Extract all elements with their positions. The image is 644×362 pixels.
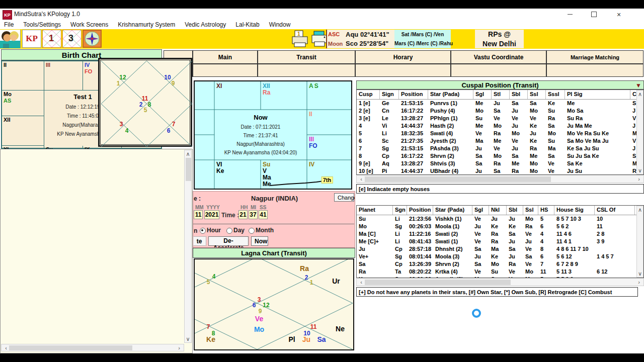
column-header[interactable]: Sgn xyxy=(393,206,407,215)
menu-work-screens[interactable]: Work Screens xyxy=(70,21,108,28)
menu-tools-settings[interactable]: Tools/Settings xyxy=(23,21,61,28)
column-header[interactable]: Sign xyxy=(380,90,399,99)
scroll-thumb[interactable] xyxy=(365,176,551,182)
scroll-up-icon[interactable]: ∧ xyxy=(637,91,643,97)
table-row[interactable]: 10 [e]Pi14:44:37UBhadr (4)JuSaRaMoVeJu S… xyxy=(357,167,643,175)
column-header[interactable]: Ssl xyxy=(528,90,546,99)
scroll-up-icon[interactable]: ∧ xyxy=(637,207,643,213)
table-row[interactable]: JuCp28:57:18Dhnsht (2)SaMaSaVe84 8 6 11 … xyxy=(357,245,643,253)
column-header[interactable]: HS xyxy=(538,206,554,215)
table-row[interactable]: RaTa08:20:22Krtka (4)VeSuVeMo115 11 36 1… xyxy=(357,268,643,276)
scroll-thumb[interactable] xyxy=(186,158,191,181)
tab-transit[interactable]: Transit xyxy=(258,50,355,64)
menu-window[interactable]: Window xyxy=(269,21,291,28)
column-header[interactable]: Planet xyxy=(357,206,393,215)
column-header[interactable]: Nkl xyxy=(489,206,507,215)
table-row[interactable]: 1 [e]Ge21:53:15Punrvs (1)MeJuSaSaKeMeS xyxy=(357,100,643,107)
month-radio-label[interactable]: Month xyxy=(256,227,274,234)
month-radio[interactable] xyxy=(249,228,255,234)
dropdown-icon[interactable]: ▼ xyxy=(635,82,641,89)
day-radio[interactable] xyxy=(226,228,232,234)
compass-button[interactable] xyxy=(83,30,102,48)
table-row[interactable]: 6Sc21:27:35Jyesth (2)MaMeVeKeSuSa Mo Ve … xyxy=(357,137,643,145)
restore-button[interactable] xyxy=(584,9,604,20)
hour-radio[interactable] xyxy=(200,228,206,234)
scroll-down-icon[interactable]: ∨ xyxy=(637,270,643,277)
table-row[interactable]: 5Li18:32:35Swati (4)VeRaMoJuMoMo Ve Ra S… xyxy=(357,130,643,137)
column-header[interactable]: Star (Pada) xyxy=(428,90,473,99)
tab-vastu-sub[interactable] xyxy=(451,64,546,77)
scroll-down-icon[interactable]: ∨ xyxy=(637,167,643,173)
left-horizontal-scrollbar[interactable]: ‹ › xyxy=(1,344,184,351)
menu-krishnamurty-system[interactable]: Krishnamurty System xyxy=(118,21,175,28)
table-row[interactable]: SuLi21:23:56Vishkh (1)VeJuJuMo58 5 7 10 … xyxy=(357,215,643,223)
second-field[interactable]: 41 xyxy=(259,210,268,219)
accelerate-button-clipped[interactable]: te xyxy=(193,236,206,246)
tab-transit-sub[interactable] xyxy=(258,64,355,77)
column-header[interactable]: Star (Pada) xyxy=(433,206,472,215)
tab-vastu-coordinate[interactable]: Vastu Coordinate xyxy=(451,50,546,64)
column-header[interactable]: Sbl xyxy=(510,90,528,99)
table-row[interactable]: 8Cp16:17:22Shrvn (2)SaMoSaMeSaSu Ju Sa K… xyxy=(357,152,643,160)
menu-vedic-astrology[interactable]: Vedic Astrology xyxy=(185,21,226,28)
scroll-thumb[interactable] xyxy=(9,345,132,350)
minimize-button[interactable] xyxy=(560,9,580,20)
scroll-thumb[interactable] xyxy=(365,280,511,285)
scroll-left-icon[interactable]: ‹ xyxy=(358,279,365,286)
chart-1-button[interactable]: 1 xyxy=(42,30,61,48)
close-button[interactable]: × xyxy=(606,9,631,20)
column-header[interactable]: CSL Of xyxy=(595,206,635,215)
now-button[interactable]: Now xyxy=(251,236,268,246)
change-place-button[interactable]: Change xyxy=(334,193,354,202)
column-header[interactable]: Stl xyxy=(492,90,510,99)
kp-logo-button[interactable]: KP xyxy=(22,30,41,48)
column-header[interactable]: Sssl xyxy=(546,90,565,99)
cusp-vertical-scrollbar[interactable]: ∧ ∨ xyxy=(636,90,643,174)
table-row[interactable]: 9 [e]Aq13:28:27Shtvis (3)SaRaMeMoVeSa Ke… xyxy=(357,160,643,167)
chat-faces-icon[interactable] xyxy=(0,30,21,48)
scroll-right-icon[interactable]: › xyxy=(635,279,642,286)
scroll-right-icon[interactable]: › xyxy=(635,175,642,183)
menu-lal-kitab[interactable]: Lal-Kitab xyxy=(235,21,259,28)
hour-radio-label[interactable]: Hour xyxy=(207,227,221,234)
tab-marriage-matching[interactable]: Marriage Matching xyxy=(546,50,643,64)
chart-3-button[interactable]: 3 xyxy=(62,30,82,48)
column-header[interactable]: Pl Sig xyxy=(565,90,630,99)
column-header[interactable]: Cusp xyxy=(357,90,380,99)
hour-field[interactable]: 21 xyxy=(238,210,248,219)
menu-file[interactable]: File xyxy=(4,21,14,28)
scroll-left-icon[interactable]: ‹ xyxy=(358,175,365,183)
tab-marriage-sub[interactable] xyxy=(546,64,643,77)
month-field[interactable]: 11 xyxy=(194,210,203,219)
scroll-right-icon[interactable]: › xyxy=(176,344,183,351)
year-field[interactable]: 2021 xyxy=(204,210,219,219)
planet-vertical-scrollbar[interactable]: ∧ ∨ xyxy=(636,206,643,278)
planet-horizontal-scrollbar[interactable]: ‹ › xyxy=(356,278,644,286)
column-header[interactable]: Ssl xyxy=(523,206,538,215)
scroll-left-icon[interactable]: ‹ xyxy=(3,344,10,351)
column-header[interactable]: Sgl xyxy=(472,206,489,215)
column-header[interactable]: House Sig xyxy=(554,206,595,215)
cusp-horizontal-scrollbar[interactable]: ‹ › xyxy=(356,175,644,183)
table-row[interactable]: 3 [e]Le13:28:27PPhlgn (1)SuVeVeVeRaSu Ra… xyxy=(357,115,643,122)
column-header[interactable]: Sbl xyxy=(507,206,523,215)
scroll-up-icon[interactable]: ∧ xyxy=(185,151,191,157)
left-vertical-scrollbar[interactable]: ∧ ∨ xyxy=(184,150,192,343)
table-row[interactable]: 2 [e]Cn16:17:22Pushy (4)MoSaJuMoSuMo SaJ xyxy=(357,107,643,115)
tab-main-sub[interactable] xyxy=(193,64,258,77)
table-row[interactable]: 7Sg21:53:15PAshda (3)JuVeJuRaMaKe Sa Ju … xyxy=(357,145,643,152)
table-row[interactable]: Ve+Sg08:01:44Moola (3)JuKeJuSa65 6 121 4… xyxy=(357,253,643,260)
day-radio-label[interactable]: Day xyxy=(233,227,245,234)
tab-horary[interactable]: Horary xyxy=(355,50,451,64)
scroll-down-icon[interactable]: ∨ xyxy=(185,336,191,342)
cusp-section-header[interactable]: Cuspal Position (Transit) ▼ xyxy=(356,80,644,89)
tab-main[interactable]: Main xyxy=(193,50,258,64)
tab-horary-sub[interactable] xyxy=(355,64,451,77)
column-header[interactable]: Position xyxy=(399,90,428,99)
print-page-button[interactable]: 1 xyxy=(291,30,309,48)
table-row[interactable]: Ma [C]Li11:22:16Swati (2)VeRaSaVe411 4 6… xyxy=(357,230,643,238)
column-header[interactable]: Sgl xyxy=(473,90,492,99)
minute-field[interactable]: 37 xyxy=(249,210,258,219)
column-header[interactable]: Position xyxy=(407,206,433,215)
de-accelerate-button[interactable]: De-Accelerate xyxy=(208,236,249,246)
